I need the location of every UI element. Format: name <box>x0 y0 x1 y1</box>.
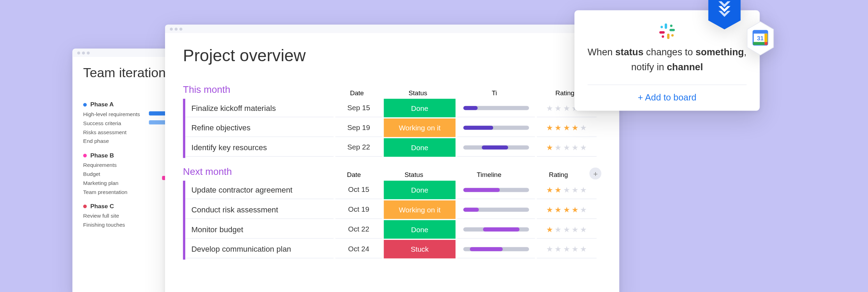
star-icon[interactable]: ★ <box>555 143 562 152</box>
status-cell[interactable]: Stuck <box>384 240 456 258</box>
star-icon[interactable]: ★ <box>555 185 562 194</box>
star-icon[interactable]: ★ <box>572 205 579 214</box>
timeline-cell[interactable] <box>457 99 535 117</box>
star-icon[interactable]: ★ <box>555 123 562 132</box>
add-to-board-button[interactable]: + Add to board <box>588 84 747 102</box>
task-name-cell[interactable]: Refine objectives <box>185 119 334 137</box>
star-icon[interactable]: ★ <box>546 205 554 214</box>
date-cell[interactable]: Oct 15 <box>335 181 382 199</box>
google-calendar-integration-badge[interactable]: 31 <box>745 21 776 56</box>
gantt-phase-header[interactable]: Phase C <box>83 203 149 209</box>
section-title[interactable]: Next month <box>183 166 331 177</box>
star-icon[interactable]: ★ <box>563 185 571 194</box>
status-cell[interactable]: Done <box>384 138 456 157</box>
table-row[interactable]: Refine objectivesSep 19Working on it★★★★… <box>185 119 601 138</box>
table-row[interactable]: Finalize kickoff materialsSep 15Done★★★★… <box>185 99 601 119</box>
column-header-status[interactable]: Status <box>382 89 453 99</box>
star-icon[interactable]: ★ <box>580 185 587 194</box>
rating-cell[interactable]: ★★★★★ <box>537 240 597 258</box>
status-cell[interactable]: Working on it <box>384 119 456 137</box>
gantt-task-item[interactable]: Risks assessment <box>83 128 149 137</box>
table-row[interactable]: Update contractor agreementOct 15Done★★★… <box>185 181 601 201</box>
task-name-cell[interactable]: Conduct risk assessment <box>185 201 334 219</box>
status-cell[interactable]: Done <box>384 181 456 199</box>
gantt-phase-header[interactable]: Phase B <box>83 152 149 159</box>
date-cell[interactable]: Oct 19 <box>335 201 382 219</box>
star-icon[interactable]: ★ <box>563 205 571 214</box>
gantt-task-item[interactable]: Marketing plan <box>83 179 149 188</box>
status-cell[interactable]: Done <box>384 99 456 117</box>
star-icon[interactable]: ★ <box>546 244 554 253</box>
star-icon[interactable]: ★ <box>580 225 587 234</box>
gantt-task-item[interactable]: High-level requirements <box>83 110 149 119</box>
table-row[interactable]: Identify key resourcesSep 22Done★★★★★ <box>185 138 601 158</box>
column-header-timeline[interactable]: Ti <box>456 89 533 99</box>
star-icon[interactable]: ★ <box>580 123 587 132</box>
status-cell[interactable]: Working on it <box>384 201 456 219</box>
task-name-cell[interactable]: Update contractor agreement <box>185 181 334 199</box>
timeline-cell[interactable] <box>457 240 535 258</box>
star-icon[interactable]: ★ <box>572 143 579 152</box>
task-name-cell[interactable]: Develop communication plan <box>185 240 334 258</box>
date-cell[interactable]: Oct 22 <box>335 220 382 238</box>
task-name-cell[interactable]: Monitor budget <box>185 220 334 238</box>
table-row[interactable]: Develop communication planOct 24Stuck★★★… <box>185 240 601 260</box>
timeline-cell[interactable] <box>457 119 535 137</box>
star-icon[interactable]: ★ <box>580 143 587 152</box>
star-icon[interactable]: ★ <box>572 123 579 132</box>
star-icon[interactable]: ★ <box>546 103 554 112</box>
star-icon[interactable]: ★ <box>572 244 579 253</box>
star-icon[interactable]: ★ <box>546 143 554 152</box>
column-header-date[interactable]: Date <box>334 89 380 99</box>
rating-cell[interactable]: ★★★★★ <box>537 201 597 219</box>
gantt-task-item[interactable]: Requirements <box>83 161 149 170</box>
star-icon[interactable]: ★ <box>563 143 571 152</box>
star-icon[interactable]: ★ <box>546 123 554 132</box>
date-cell[interactable]: Sep 19 <box>335 119 382 137</box>
star-icon[interactable]: ★ <box>563 225 571 234</box>
column-header-rating[interactable]: Rating <box>529 171 588 181</box>
gantt-task-item[interactable]: Budget <box>83 170 149 179</box>
gantt-phase-header[interactable]: Phase A <box>83 101 149 108</box>
gantt-task-item[interactable]: End phase <box>83 137 149 146</box>
task-name-cell[interactable]: Identify key resources <box>185 138 334 157</box>
timeline-cell[interactable] <box>457 220 535 238</box>
gantt-task-item[interactable]: Review full site <box>83 212 149 221</box>
rating-cell[interactable]: ★★★★★ <box>537 119 597 137</box>
rating-cell[interactable]: ★★★★★ <box>537 220 597 238</box>
star-icon[interactable]: ★ <box>572 225 579 234</box>
gantt-task-item[interactable]: Team presentation <box>83 188 149 197</box>
add-column-button[interactable]: + <box>590 168 601 179</box>
date-cell[interactable]: Oct 24 <box>335 240 382 258</box>
column-header-status[interactable]: Status <box>379 171 449 181</box>
timeline-cell[interactable] <box>457 201 535 219</box>
task-name-cell[interactable]: Finalize kickoff materials <box>185 99 334 117</box>
star-icon[interactable]: ★ <box>546 185 554 194</box>
star-icon[interactable]: ★ <box>563 244 571 253</box>
star-icon[interactable]: ★ <box>572 185 579 194</box>
star-icon[interactable]: ★ <box>555 225 562 234</box>
column-header-timeline[interactable]: Timeline <box>451 171 527 181</box>
status-cell[interactable]: Done <box>384 220 456 238</box>
rating-cell[interactable]: ★★★★★ <box>537 181 597 199</box>
date-cell[interactable]: Sep 15 <box>335 99 382 117</box>
star-icon[interactable]: ★ <box>555 103 562 112</box>
date-cell[interactable]: Sep 22 <box>335 138 382 157</box>
star-icon[interactable]: ★ <box>546 225 554 234</box>
timeline-cell[interactable] <box>457 181 535 199</box>
timeline-cell[interactable] <box>457 138 535 157</box>
star-icon[interactable]: ★ <box>563 123 571 132</box>
column-header-date[interactable]: Date <box>331 171 377 181</box>
gantt-task-item[interactable]: Finishing touches <box>83 221 149 230</box>
star-icon[interactable]: ★ <box>563 103 571 112</box>
jira-integration-badge[interactable] <box>706 0 743 31</box>
section-title[interactable]: This month <box>183 84 334 95</box>
star-icon[interactable]: ★ <box>555 205 562 214</box>
star-icon[interactable]: ★ <box>555 244 562 253</box>
rating-cell[interactable]: ★★★★★ <box>537 138 597 157</box>
table-row[interactable]: Monitor budgetOct 22Done★★★★★ <box>185 220 601 240</box>
star-icon[interactable]: ★ <box>580 205 587 214</box>
star-icon[interactable]: ★ <box>580 244 587 253</box>
table-row[interactable]: Conduct risk assessmentOct 19Working on … <box>185 201 601 220</box>
gantt-task-item[interactable]: Success criteria <box>83 119 149 128</box>
